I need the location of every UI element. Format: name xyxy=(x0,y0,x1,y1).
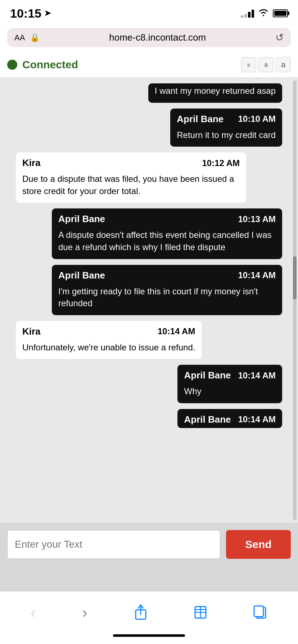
bubble-time: 10:13 AM xyxy=(238,214,276,224)
bubble-header: Kira 10:14 AM xyxy=(16,321,202,340)
bubble-sender: April Bane xyxy=(58,270,105,281)
status-time: 10:15 ➤ xyxy=(10,6,51,20)
wifi-icon xyxy=(258,8,268,18)
share-button[interactable] xyxy=(134,604,148,621)
bubble-sender: April Bane xyxy=(184,414,231,425)
connected-label: Connected xyxy=(22,59,78,71)
address-bar-row: AA 🔒 home-c8.incontact.com ↺ xyxy=(0,25,298,52)
message-bubble: April Bane 10:14 AM I'm getting ready to… xyxy=(52,265,282,315)
input-area: Send xyxy=(0,523,298,570)
forward-button[interactable]: › xyxy=(82,603,87,621)
bubble-sender: Kira xyxy=(22,326,41,337)
reload-icon[interactable]: ↺ xyxy=(275,32,284,43)
status-icons xyxy=(241,8,288,18)
bubble-header: April Bane 10:14 AM xyxy=(52,265,282,284)
tabs-button[interactable] xyxy=(253,604,268,620)
svg-rect-4 xyxy=(254,606,263,617)
message-text-input[interactable] xyxy=(7,530,220,559)
bottom-spacer xyxy=(0,570,298,591)
lock-icon: 🔒 xyxy=(30,33,40,42)
message-bubble: April Bane 10:13 AM A dispute doesn't af… xyxy=(52,208,282,259)
status-dot xyxy=(7,60,17,70)
font-small-btn[interactable]: a xyxy=(241,57,256,72)
signal-bars xyxy=(241,9,254,18)
message-bubble: April Bane 10:14 AM Why xyxy=(177,365,282,403)
bubble-time: 10:14 AM xyxy=(238,270,276,280)
bookmarks-button[interactable] xyxy=(194,604,207,620)
bubble-time: 10:12 AM xyxy=(202,158,240,168)
bubble-time: 10:14 AM xyxy=(158,326,195,336)
message-bubble-partial: April Bane 10:14 AM xyxy=(177,409,282,428)
aa-button[interactable]: AA xyxy=(14,33,25,42)
bubble-body: Why xyxy=(177,384,282,403)
bubble-sender: April Bane xyxy=(177,114,224,125)
bookmarks-icon xyxy=(194,604,207,620)
browser-nav-bar: ‹ › xyxy=(0,591,298,631)
time-display: 10:15 xyxy=(10,6,41,20)
bubble-header: April Bane 10:13 AM xyxy=(52,208,282,227)
bubble-time: 10:14 AM xyxy=(238,371,276,381)
bubble-time: 10:10 AM xyxy=(238,114,276,124)
bubble-sender: April Bane xyxy=(184,370,231,381)
home-indicator xyxy=(0,631,298,644)
back-button[interactable]: ‹ xyxy=(30,603,36,621)
connected-bar: Connected a a a xyxy=(0,52,298,78)
bubble-header: Kira 10:12 AM xyxy=(16,152,246,171)
bubble-body: Due to a dispute that was filed, you hav… xyxy=(16,171,246,203)
bubble-header: April Bane 10:14 AM xyxy=(177,365,282,384)
url-display[interactable]: home-c8.incontact.com xyxy=(45,32,270,43)
scrollbar-thumb[interactable] xyxy=(293,256,297,299)
bubble-body: A dispute doesn't affect this event bein… xyxy=(52,227,282,259)
send-button[interactable]: Send xyxy=(226,530,291,559)
message-bubble: Kira 10:14 AM Unfortunately, we're unabl… xyxy=(16,321,202,359)
bubble-sender: April Bane xyxy=(58,213,105,225)
chat-area: I want my money returned asap April Bane… xyxy=(0,78,298,523)
bubble-body: Return it to my credit card xyxy=(170,128,282,147)
bubble-body: I'm getting ready to file this in court … xyxy=(52,284,282,315)
font-large-btn[interactable]: a xyxy=(276,57,291,72)
bubble-body: I want my money returned asap xyxy=(148,83,282,103)
message-bubble: Kira 10:12 AM Due to a dispute that was … xyxy=(16,152,246,203)
message-bubble: I want my money returned asap xyxy=(148,83,282,103)
address-bar[interactable]: AA 🔒 home-c8.incontact.com ↺ xyxy=(7,28,291,47)
font-size-controls: a a a xyxy=(241,57,291,72)
status-bar: 10:15 ➤ xyxy=(0,0,298,25)
scrollbar[interactable] xyxy=(293,80,297,520)
bubble-time: 10:14 AM xyxy=(238,414,276,424)
forward-icon: › xyxy=(82,603,87,621)
connection-status: Connected xyxy=(7,59,78,71)
share-icon xyxy=(134,604,148,621)
home-bar xyxy=(113,634,185,637)
bubble-header: April Bane 10:10 AM xyxy=(170,109,282,128)
location-icon: ➤ xyxy=(44,9,51,18)
message-bubble: April Bane 10:10 AM Return it to my cred… xyxy=(170,109,282,147)
bubble-header: April Bane 10:14 AM xyxy=(177,409,282,428)
back-icon: ‹ xyxy=(30,603,36,621)
font-medium-btn[interactable]: a xyxy=(258,57,274,72)
bubble-sender: Kira xyxy=(22,157,41,169)
tabs-icon xyxy=(253,604,268,620)
bubble-body: Unfortunately, we're unable to issue a r… xyxy=(16,340,202,359)
battery-icon xyxy=(273,9,288,17)
